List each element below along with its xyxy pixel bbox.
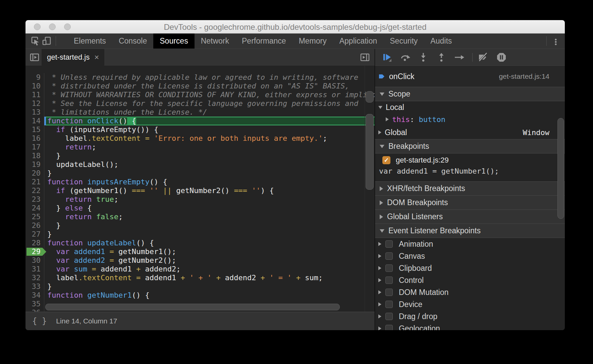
editor-horizontal-scroll-thumb[interactable] (45, 304, 340, 310)
breakpoint-source-line[interactable]: var addend1 = getNumber1(); (375, 167, 565, 182)
tab-sources[interactable]: Sources (153, 34, 194, 49)
tab-security[interactable]: Security (383, 34, 424, 49)
elb-checkbox[interactable] (385, 289, 393, 296)
line-number-33[interactable]: 33 (25, 282, 44, 291)
show-navigator-icon[interactable] (29, 52, 40, 63)
line-number-13[interactable]: 13 (25, 108, 44, 117)
code-line-29[interactable]: 29 var addend1 = getNumber1(); (25, 247, 375, 256)
code-editor[interactable]: 9 * Unless required by applicable law or… (25, 66, 375, 312)
code-line-14[interactable]: 14function onClick() { (25, 117, 375, 125)
line-number-14[interactable]: 14 (25, 117, 44, 125)
scope-section-header[interactable]: Scope (375, 87, 565, 101)
line-number-36[interactable]: 36 (25, 308, 44, 312)
device-toolbar-icon[interactable] (41, 35, 52, 47)
code-line-32[interactable]: 32 label.textContent = addend1 + ' + ' +… (25, 274, 375, 282)
tab-network[interactable]: Network (195, 34, 235, 49)
line-number-35[interactable]: 35 (25, 300, 44, 308)
line-number-30[interactable]: 30 (25, 256, 44, 265)
code-line-9[interactable]: 9 * Unless required by applicable law or… (25, 73, 375, 82)
code-line-21[interactable]: 21function inputsAreEmpty() { (25, 178, 375, 186)
line-number-28[interactable]: 28 (25, 239, 44, 247)
breakpoints-section-header[interactable]: Breakpoints (375, 139, 565, 154)
line-number-16[interactable]: 16 (25, 134, 44, 143)
elb-checkbox[interactable] (385, 264, 393, 272)
tab-application[interactable]: Application (333, 34, 384, 49)
sidebar-scroll-thumb[interactable] (557, 118, 564, 219)
line-number-22[interactable]: 22 (25, 186, 44, 195)
code-line-16[interactable]: 16 label.textContent = 'Error: one or bo… (25, 134, 375, 143)
call-stack-frame[interactable]: onClick get-started.js:14 (375, 66, 565, 87)
line-number-21[interactable]: 21 (25, 178, 44, 186)
line-number-18[interactable]: 18 (25, 151, 44, 160)
code-line-27[interactable]: 27} (25, 230, 375, 239)
line-number-27[interactable]: 27 (25, 230, 44, 239)
elb-item-canvas[interactable]: Canvas (375, 250, 565, 262)
tab-audits[interactable]: Audits (424, 34, 458, 49)
line-number-25[interactable]: 25 (25, 213, 44, 221)
elb-item-geolocation[interactable]: Geolocation (375, 322, 565, 330)
tab-performance[interactable]: Performance (235, 34, 292, 49)
line-number-32[interactable]: 32 (25, 274, 44, 282)
code-line-11[interactable]: 11 * WITHOUT WARRANTIES OR CONDITIONS OF… (25, 90, 375, 99)
resume-script-icon[interactable] (381, 51, 393, 63)
code-line-31[interactable]: 31 var sum = addend1 + addend2; (25, 265, 375, 274)
section-dom-breakpoints[interactable]: DOM Breakpoints (375, 195, 565, 210)
event-listener-breakpoints-header[interactable]: Event Listener Breakpoints (375, 224, 565, 238)
scope-global-row[interactable]: Global Window (375, 125, 565, 139)
code-line-25[interactable]: 25 return false; (25, 213, 375, 221)
code-line-33[interactable]: 33} (25, 282, 375, 291)
editor-vertical-scroll-thumb[interactable] (366, 114, 374, 190)
elb-checkbox[interactable] (385, 301, 393, 308)
elb-item-device[interactable]: Device (375, 298, 565, 310)
step-out-icon[interactable] (435, 51, 447, 63)
code-line-10[interactable]: 10 * distributed under the License is di… (25, 82, 375, 90)
code-line-26[interactable]: 26 } (25, 221, 375, 230)
more-options-icon[interactable] (550, 35, 561, 49)
line-number-17[interactable]: 17 (25, 143, 44, 151)
code-line-22[interactable]: 22 if (getNumber1() === '' || getNumber2… (25, 186, 375, 195)
step-into-icon[interactable] (417, 51, 429, 63)
code-line-24[interactable]: 24 } else { (25, 204, 375, 213)
line-number-24[interactable]: 24 (25, 204, 44, 213)
code-line-30[interactable]: 30 var addend2 = getNumber2(); (25, 256, 375, 265)
elb-item-clipboard[interactable]: Clipboard (375, 262, 565, 274)
elb-item-drag-drop[interactable]: Drag / drop (375, 310, 565, 322)
elb-checkbox[interactable] (385, 313, 393, 320)
code-line-19[interactable]: 19 updateLabel(); (25, 160, 375, 169)
elb-checkbox[interactable] (385, 325, 393, 330)
file-tab-get-started-js[interactable]: get-started.js × (42, 49, 104, 66)
line-number-31[interactable]: 31 (25, 265, 44, 274)
code-line-17[interactable]: 17 return; (25, 143, 375, 151)
code-line-23[interactable]: 23 return true; (25, 195, 375, 204)
line-number-19[interactable]: 19 (25, 160, 44, 169)
tab-memory[interactable]: Memory (292, 34, 333, 49)
section-xhr-fetch-breakpoints[interactable]: XHR/fetch Breakpoints (375, 181, 565, 196)
line-number-10[interactable]: 10 (25, 82, 44, 90)
code-line-18[interactable]: 18 } (25, 151, 375, 160)
elb-item-dom-mutation[interactable]: DOM Mutation (375, 286, 565, 298)
scope-local-row[interactable]: Local (375, 101, 565, 113)
close-tab-icon[interactable]: × (94, 53, 99, 62)
elb-item-animation[interactable]: Animation (375, 238, 565, 250)
code-line-28[interactable]: 28function updateLabel() { (25, 239, 375, 247)
step-over-icon[interactable] (399, 51, 411, 63)
line-number-26[interactable]: 26 (25, 221, 44, 230)
line-number-12[interactable]: 12 (25, 99, 44, 108)
scope-this-row[interactable]: this: button (375, 113, 565, 125)
section-global-listeners[interactable]: Global Listeners (375, 209, 565, 224)
inspect-element-icon[interactable] (30, 35, 41, 47)
breakpoint-entry[interactable]: ✓ get-started.js:29 (375, 154, 565, 167)
elb-checkbox[interactable] (385, 277, 393, 284)
line-number-29[interactable]: 29 (25, 247, 44, 256)
line-number-23[interactable]: 23 (25, 195, 44, 204)
elb-checkbox[interactable] (385, 240, 393, 248)
line-number-9[interactable]: 9 (25, 73, 44, 82)
show-debugger-sidebar-icon[interactable] (359, 52, 371, 63)
code-line-20[interactable]: 20} (25, 169, 375, 178)
code-line-12[interactable]: 12 * See the License for the specific la… (25, 99, 375, 108)
code-line-15[interactable]: 15 if (inputsAreEmpty()) { (25, 125, 375, 134)
code-line-13[interactable]: 13 * limitations under the License. */ (25, 108, 375, 117)
breakpoint-checkbox[interactable]: ✓ (382, 156, 390, 164)
line-number-20[interactable]: 20 (25, 169, 44, 178)
step-icon[interactable] (453, 51, 466, 63)
